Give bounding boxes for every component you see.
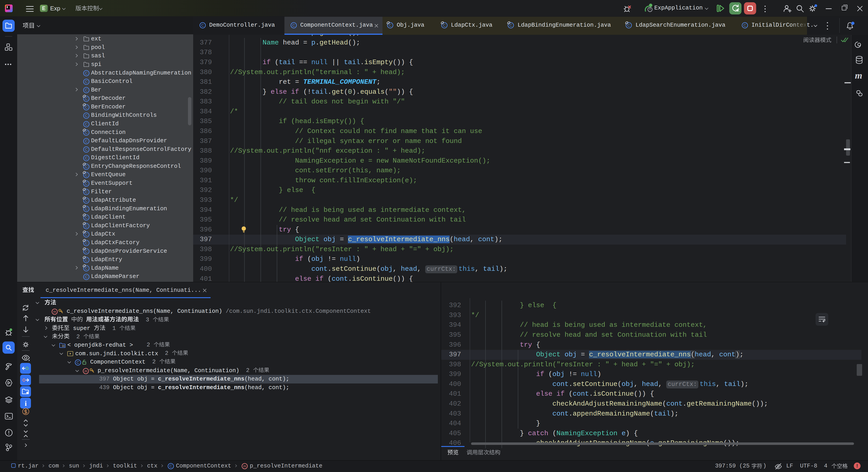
svg-text:C: C — [85, 71, 88, 75]
svg-text:C: C — [85, 88, 88, 92]
svg-text:C: C — [85, 207, 88, 211]
svg-text:C: C — [292, 23, 295, 28]
svg-text:C: C — [85, 258, 88, 262]
svg-text:C: C — [169, 464, 172, 468]
svg-text:C: C — [509, 23, 512, 28]
svg-text:C: C — [85, 105, 88, 109]
svg-text:C: C — [85, 114, 88, 118]
svg-text:C: C — [85, 97, 88, 101]
svg-text:C: C — [85, 241, 88, 245]
svg-text:C: C — [389, 23, 392, 28]
svg-text:C: C — [85, 224, 88, 228]
svg-text:C: C — [85, 156, 88, 160]
svg-text:C: C — [85, 190, 88, 194]
svg-text:C: C — [85, 173, 88, 177]
svg-text:C: C — [85, 182, 88, 186]
svg-text:C: C — [85, 232, 88, 237]
svg-text:C: C — [85, 122, 88, 126]
svg-text:m: m — [243, 464, 246, 468]
svg-text:C: C — [85, 249, 88, 254]
svg-text:C: C — [627, 23, 630, 28]
svg-text:C: C — [85, 130, 88, 135]
svg-text:m: m — [53, 310, 56, 313]
svg-text:C: C — [85, 80, 88, 84]
svg-text:C: C — [85, 266, 88, 271]
svg-text:C: C — [76, 360, 79, 365]
svg-text:C: C — [85, 139, 88, 144]
svg-text:C: C — [443, 23, 446, 28]
svg-text:C: C — [744, 23, 746, 28]
svg-text:C: C — [85, 165, 88, 169]
svg-text:C: C — [85, 215, 88, 220]
svg-text:C: C — [85, 275, 88, 279]
svg-text:C: C — [85, 198, 88, 203]
svg-text:m: m — [85, 369, 87, 373]
svg-text:C: C — [85, 148, 88, 152]
svg-text:C: C — [201, 23, 204, 28]
